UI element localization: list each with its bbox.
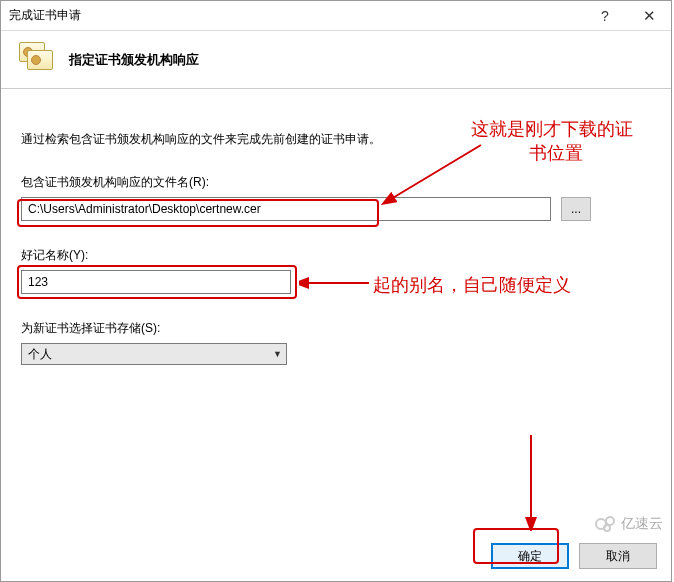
titlebar: 完成证书申请 ? ✕ (1, 1, 671, 31)
friendly-name-label: 好记名称(Y): (21, 247, 651, 264)
help-button[interactable]: ? (583, 1, 627, 30)
chevron-down-icon: ▼ (273, 349, 282, 359)
cancel-button[interactable]: 取消 (579, 543, 657, 569)
browse-button[interactable]: ... (561, 197, 591, 221)
header-title: 指定证书颁发机构响应 (69, 51, 199, 69)
window-title: 完成证书申请 (9, 7, 583, 24)
certificate-icon (17, 40, 57, 80)
dialog-window: 完成证书申请 ? ✕ 指定证书颁发机构响应 通过检索包含证书颁发机构响应的文件来… (0, 0, 672, 582)
cert-store-value: 个人 (28, 346, 52, 363)
close-button[interactable]: ✕ (627, 1, 671, 30)
watermark-icon (595, 516, 617, 532)
cert-store-select[interactable]: 个人 ▼ (21, 343, 287, 365)
button-bar: 确定 取消 (491, 543, 657, 569)
description-text: 通过检索包含证书颁发机构响应的文件来完成先前创建的证书申请。 (21, 131, 651, 148)
ok-button[interactable]: 确定 (491, 543, 569, 569)
file-path-input[interactable] (21, 197, 551, 221)
watermark-text: 亿速云 (621, 515, 663, 533)
dialog-header: 指定证书颁发机构响应 (1, 31, 671, 89)
friendly-name-input[interactable] (21, 270, 291, 294)
content-area: 通过检索包含证书颁发机构响应的文件来完成先前创建的证书申请。 包含证书颁发机构响… (1, 89, 671, 365)
close-icon: ✕ (643, 7, 656, 25)
annotation-arrow-ok (511, 431, 551, 531)
help-icon: ? (601, 8, 609, 24)
file-path-label: 包含证书颁发机构响应的文件名(R): (21, 174, 651, 191)
watermark: 亿速云 (595, 515, 663, 533)
cert-store-label: 为新证书选择证书存储(S): (21, 320, 651, 337)
